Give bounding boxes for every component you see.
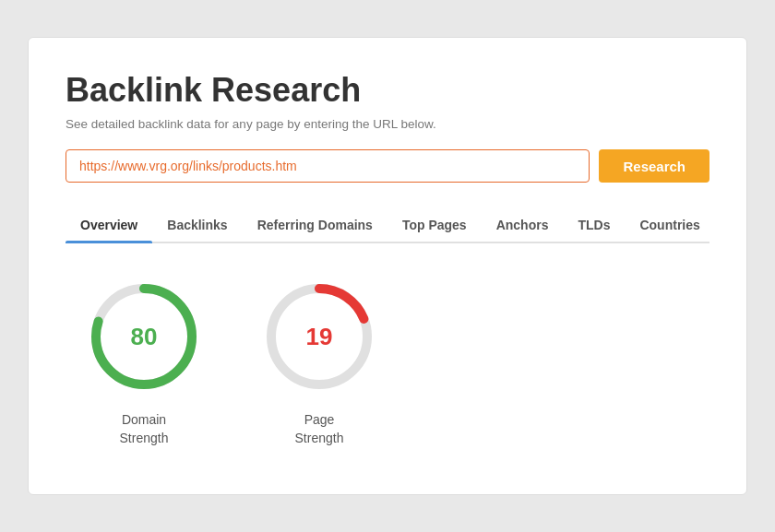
- subtitle: See detailed backlink data for any page …: [66, 117, 709, 131]
- donut-page-strength: 19: [259, 277, 379, 396]
- tab-overview[interactable]: Overview: [66, 208, 152, 242]
- main-card: Backlink Research See detailed backlink …: [28, 37, 747, 494]
- metrics-section: 80 DomainStrength 19 PageStrength: [66, 277, 709, 447]
- metric-value-domain-strength: 80: [131, 323, 158, 351]
- metric-label-page-strength: PageStrength: [295, 411, 344, 447]
- donut-domain-strength: 80: [84, 277, 204, 396]
- search-row: Research: [66, 149, 709, 183]
- metric-domain-strength: 80 DomainStrength: [84, 277, 204, 447]
- url-input[interactable]: [66, 149, 590, 183]
- metric-value-page-strength: 19: [306, 323, 333, 351]
- metric-label-domain-strength: DomainStrength: [120, 411, 169, 447]
- tab-tlds[interactable]: TLDs: [563, 208, 625, 242]
- tab-bar: OverviewBacklinksReferring DomainsTop Pa…: [66, 208, 709, 243]
- tab-referring-domains[interactable]: Referring Domains: [243, 208, 388, 242]
- page-title: Backlink Research: [66, 71, 709, 110]
- tab-backlinks[interactable]: Backlinks: [152, 208, 242, 242]
- research-button[interactable]: Research: [599, 149, 709, 183]
- tab-anchors[interactable]: Anchors: [482, 208, 564, 242]
- tab-top-pages[interactable]: Top Pages: [388, 208, 482, 242]
- tab-countries[interactable]: Countries: [625, 208, 714, 242]
- metric-page-strength: 19 PageStrength: [259, 277, 379, 447]
